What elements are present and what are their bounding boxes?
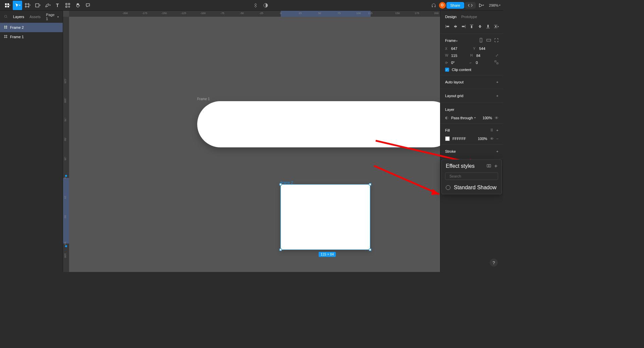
svg-rect-11 — [68, 3, 70, 5]
svg-rect-42 — [495, 61, 496, 62]
dimensions-badge: 115 × 84 — [319, 252, 336, 257]
svg-rect-26 — [446, 26, 449, 27]
page-selector[interactable]: Page 1▾ — [46, 13, 59, 21]
resize-vertical-icon[interactable] — [479, 38, 483, 43]
x-field[interactable]: X647 — [445, 47, 471, 51]
remove-fill-icon[interactable]: − — [496, 137, 498, 141]
user-avatar[interactable]: O — [439, 2, 446, 9]
add-fill-icon[interactable]: + — [496, 128, 498, 132]
zoom-level[interactable]: 298%▾ — [489, 3, 500, 7]
design-tab[interactable]: Design — [445, 15, 457, 19]
frame-icon — [4, 25, 7, 29]
ruler-vertical: -125-100-75-50-250255084100125 — [63, 17, 69, 272]
effect-search-input[interactable] — [449, 174, 496, 178]
component-icon[interactable] — [251, 1, 260, 10]
main-menu-button[interactable]: ▾ — [3, 1, 12, 10]
right-panel: Design Prototype ▾ Frame ▾ X647 Y544 W11… — [440, 11, 503, 272]
blend-mode-icon[interactable]: ◐ — [445, 116, 448, 120]
fill-hex-field[interactable]: FFFFFF — [452, 137, 466, 141]
comment-tool[interactable] — [83, 1, 93, 10]
create-style-icon[interactable]: + — [494, 163, 497, 169]
frame2-shape[interactable] — [280, 184, 370, 250]
svg-rect-0 — [5, 3, 7, 5]
visibility-icon[interactable]: 👁 — [495, 116, 498, 120]
present-button[interactable]: ▾ — [476, 1, 486, 10]
constrain-icon[interactable]: ⤢ — [495, 53, 498, 58]
frame-tool[interactable]: ▾ — [23, 1, 32, 10]
align-bottom-icon[interactable] — [484, 23, 491, 30]
resources-tool[interactable] — [63, 1, 72, 10]
effect-style-item[interactable]: Standard Shadow — [442, 183, 501, 194]
shape-tool[interactable]: ▾ — [33, 1, 42, 10]
align-right-icon[interactable] — [460, 23, 467, 30]
search-icon[interactable] — [4, 14, 8, 20]
dev-mode-button[interactable] — [465, 2, 476, 9]
svg-rect-12 — [66, 6, 67, 7]
stroke-label: Stroke — [445, 149, 456, 153]
layer-item-frame1[interactable]: Frame 1 — [0, 32, 63, 42]
resize-fit-icon[interactable] — [494, 38, 498, 43]
share-button[interactable]: Share — [446, 2, 464, 9]
layer-opacity-field[interactable]: 100% — [483, 116, 492, 120]
individual-corners-icon[interactable] — [494, 60, 498, 65]
frame-type-label[interactable]: Frame ▾ — [445, 39, 458, 43]
resize-horizontal-icon[interactable] — [486, 38, 491, 43]
contrast-icon[interactable] — [261, 1, 270, 10]
align-vcenter-icon[interactable] — [476, 23, 483, 30]
fill-swatch[interactable] — [445, 136, 450, 141]
hand-tool[interactable] — [73, 1, 83, 10]
layout-grid-label: Layout grid — [445, 94, 463, 98]
svg-rect-2 — [5, 6, 7, 7]
help-button[interactable]: ? — [490, 259, 498, 267]
svg-rect-43 — [497, 63, 498, 64]
h-field[interactable]: H84 — [470, 54, 493, 58]
move-tool[interactable]: ▾ — [13, 1, 22, 10]
add-auto-layout-icon[interactable]: + — [496, 80, 498, 84]
fill-styles-icon[interactable]: ⠿ — [490, 128, 493, 133]
add-layout-grid-icon[interactable]: + — [496, 94, 498, 98]
svg-rect-36 — [487, 25, 489, 27]
align-top-icon[interactable] — [468, 23, 475, 30]
pen-tool[interactable]: ▾ — [43, 1, 52, 10]
frame1-label[interactable]: Frame 1 — [197, 97, 210, 101]
headphones-icon[interactable] — [429, 1, 438, 10]
distribute-icon[interactable]: ▾ — [493, 23, 500, 30]
left-panel: Layers Assets Page 1▾ Frame 2 Frame 1 — [0, 11, 63, 272]
svg-text:T: T — [56, 3, 59, 8]
library-icon[interactable] — [487, 163, 491, 169]
blend-mode-field[interactable]: Pass through ▾ — [451, 116, 480, 120]
assets-tab[interactable]: Assets — [30, 15, 41, 19]
top-toolbar: ▾ ▾ ▾ ▾ ▾ T O Share ▾ 298%▾ — [0, 0, 503, 11]
frame1-shape[interactable] — [197, 101, 440, 147]
layers-tab[interactable]: Layers — [13, 15, 24, 19]
layer-label: Frame 1 — [10, 35, 24, 39]
effect-search[interactable] — [445, 172, 498, 180]
clip-content-label: Clip content — [452, 68, 471, 72]
radius-field[interactable]: ⌐0 — [470, 61, 492, 65]
w-field[interactable]: W115 — [445, 54, 468, 58]
frame-icon — [4, 35, 7, 39]
canvas[interactable]: Frame 1 Frame 2 115 × 84 — [69, 17, 440, 272]
align-left-icon[interactable] — [444, 23, 451, 30]
rotation-field[interactable]: ⟳0° — [445, 61, 467, 65]
fill-visibility-icon[interactable]: 👁 — [490, 137, 494, 141]
svg-rect-41 — [487, 39, 491, 41]
fill-opacity-field[interactable]: 100% — [478, 137, 487, 141]
text-tool[interactable]: T — [53, 1, 62, 10]
svg-rect-10 — [66, 3, 67, 5]
svg-rect-30 — [462, 26, 465, 27]
y-field[interactable]: Y544 — [473, 47, 499, 51]
svg-rect-34 — [479, 25, 481, 28]
svg-rect-39 — [495, 26, 496, 27]
layer-label: Frame 2 — [10, 25, 24, 29]
svg-point-13 — [68, 6, 70, 7]
style-preview-icon — [446, 185, 450, 190]
auto-layout-label: Auto layout — [445, 80, 464, 84]
canvas-area[interactable]: -200-175-150-125-100-75-50-2502550751001… — [63, 11, 440, 272]
prototype-tab[interactable]: Prototype — [461, 15, 477, 19]
svg-rect-8 — [36, 4, 39, 7]
add-stroke-icon[interactable]: + — [496, 149, 498, 153]
align-hcenter-icon[interactable] — [452, 23, 459, 30]
clip-content-checkbox[interactable]: ✓ — [445, 68, 449, 72]
layer-item-frame2[interactable]: Frame 2 — [0, 23, 63, 32]
